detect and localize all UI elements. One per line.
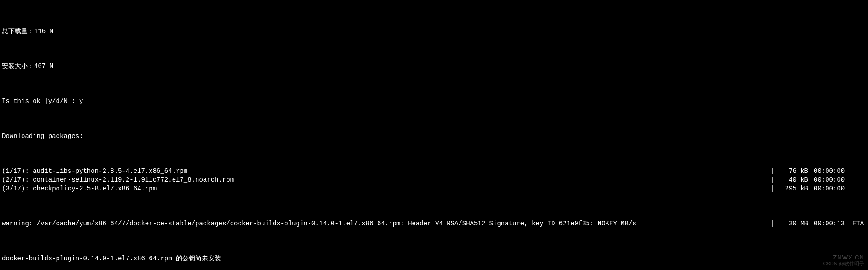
downloading-label-line: Downloading packages:: [2, 132, 866, 141]
warning-line: warning: /var/cache/yum/x86_64/7/docker-…: [2, 219, 866, 228]
package-name: (3/17): checkpolicy-2.5-8.el7.x86_64.rpm: [2, 184, 157, 193]
warning-size: 30 MB: [777, 219, 809, 228]
total-download-label: 总下载量：116 M: [2, 27, 53, 36]
package-time: 00:00:00: [809, 167, 851, 176]
package-name: (1/17): audit-libs-python-2.8.5-4.el7.x8…: [2, 167, 187, 176]
package-size: 295 kB: [777, 184, 809, 193]
warning-text: warning: /var/cache/yum/x86_64/7/docker-…: [2, 219, 636, 228]
separator-bar: |: [769, 176, 777, 184]
package-time: 00:00:00: [809, 176, 851, 184]
confirm-prompt: Is this ok [y/d/N]:: [2, 98, 79, 105]
install-size-line: 安装大小：407 M: [2, 62, 866, 71]
confirm-answer: y: [79, 98, 83, 105]
warning-eta: ETA: [851, 219, 866, 228]
package-size: 40 kB: [777, 176, 809, 184]
terminal-output: 总下载量：116 M 安装大小：407 M Is this ok [y/d/N]…: [0, 0, 868, 270]
package-time: 00:00:00: [809, 184, 851, 193]
package-name: (2/17): container-selinux-2.119.2-1.911c…: [2, 176, 234, 184]
warning-line-2: docker-buildx-plugin-0.14.0-1.el7.x86_64…: [2, 254, 866, 263]
warning-text-2: docker-buildx-plugin-0.14.0-1.el7.x86_64…: [2, 254, 221, 263]
package-size: 76 kB: [777, 167, 809, 176]
package-row: (2/17): container-selinux-2.119.2-1.911c…: [2, 176, 866, 184]
separator-bar: |: [769, 219, 777, 228]
separator-bar: |: [769, 167, 777, 176]
package-row: (3/17): checkpolicy-2.5-8.el7.x86_64.rpm…: [2, 184, 866, 193]
package-row: (1/17): audit-libs-python-2.8.5-4.el7.x8…: [2, 167, 866, 176]
install-size-label: 安装大小：407 M: [2, 62, 53, 71]
separator-bar: |: [769, 184, 777, 193]
total-download-line: 总下载量：116 M: [2, 27, 866, 36]
warning-time: 00:00:13: [809, 219, 851, 228]
confirm-prompt-line: Is this ok [y/d/N]: y: [2, 97, 866, 106]
downloading-label: Downloading packages:: [2, 132, 83, 141]
